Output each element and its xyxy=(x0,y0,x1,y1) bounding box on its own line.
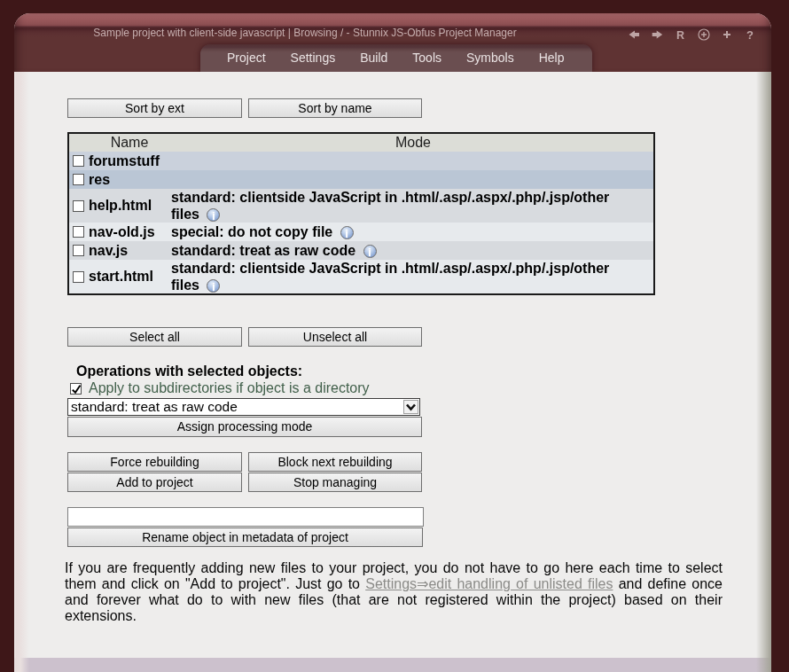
svg-text:R: R xyxy=(676,29,684,42)
svg-text:?: ? xyxy=(746,28,754,42)
